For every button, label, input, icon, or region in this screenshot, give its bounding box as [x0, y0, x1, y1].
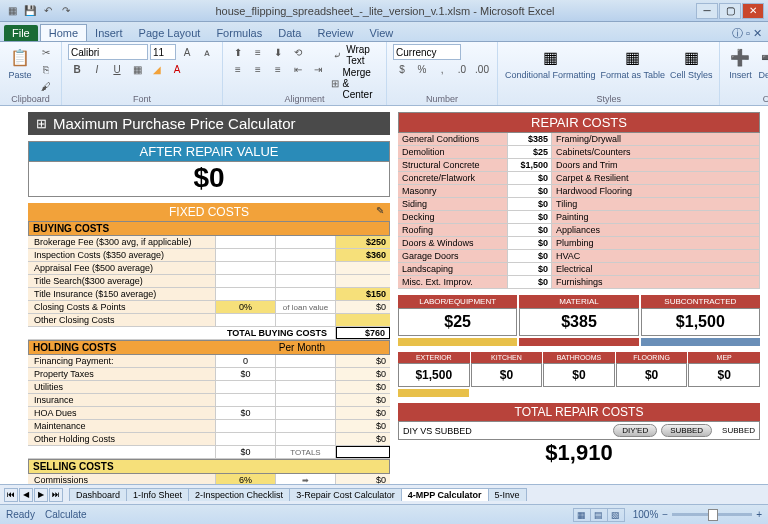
- orientation-icon[interactable]: ⟲: [289, 44, 307, 60]
- diyed-button[interactable]: DIY'ED: [613, 424, 657, 437]
- table-row[interactable]: Title Insurance ($150 average)$150: [28, 288, 390, 301]
- table-row[interactable]: Doors & Windows$0Plumbing: [398, 237, 760, 250]
- table-row[interactable]: Garage Doors$0HVAC: [398, 250, 760, 263]
- table-row[interactable]: Brokerage Fee ($300 avg, if applicable)$…: [28, 236, 390, 249]
- table-row[interactable]: Maintenance$0: [28, 420, 390, 433]
- arv-value[interactable]: $0: [28, 162, 390, 197]
- tab-nav-next[interactable]: ▶: [34, 488, 48, 502]
- table-row[interactable]: Insurance$0: [28, 394, 390, 407]
- help-icon[interactable]: ⓘ ▫ ✕: [732, 26, 762, 41]
- table-row[interactable]: Appraisal Fee ($500 average): [28, 262, 390, 275]
- number-format-select[interactable]: Currency: [393, 44, 461, 60]
- inc-decimal-icon[interactable]: .0: [453, 61, 471, 77]
- edit-icon[interactable]: ✎: [376, 205, 384, 216]
- currency-icon[interactable]: $: [393, 61, 411, 77]
- insert-cells-button[interactable]: ➕Insert: [726, 44, 754, 81]
- sheet-tab[interactable]: 4-MPP Calculator: [401, 488, 489, 501]
- conditional-formatting-button[interactable]: ▦Conditional Formatting: [504, 44, 597, 81]
- undo-icon[interactable]: ↶: [40, 3, 56, 19]
- save-icon[interactable]: 💾: [22, 3, 38, 19]
- tab-review[interactable]: Review: [309, 25, 361, 41]
- table-row[interactable]: Financing Payment:0$0: [28, 355, 390, 368]
- tab-formulas[interactable]: Formulas: [208, 25, 270, 41]
- indent-dec-icon[interactable]: ⇤: [289, 61, 307, 77]
- table-row[interactable]: Decking$0Painting: [398, 211, 760, 224]
- cut-icon[interactable]: ✂: [37, 44, 55, 60]
- table-row[interactable]: Landscaping$0Electrical: [398, 263, 760, 276]
- sheet-tab[interactable]: Dashboard: [69, 488, 127, 501]
- comma-icon[interactable]: ,: [433, 61, 451, 77]
- table-row[interactable]: Other Holding Costs$0: [28, 433, 390, 446]
- align-center-icon[interactable]: ≡: [249, 61, 267, 77]
- maximize-button[interactable]: ▢: [719, 3, 741, 19]
- table-row[interactable]: Misc. Ext. Improv.$0Furnishings: [398, 276, 760, 289]
- font-size-select[interactable]: 11: [150, 44, 176, 60]
- paste-button[interactable]: 📋Paste: [6, 44, 34, 81]
- table-row[interactable]: Masonry$0Hardwood Flooring: [398, 185, 760, 198]
- table-row[interactable]: General Conditions$385Framing/Drywall: [398, 133, 760, 146]
- copy-icon[interactable]: ⎘: [37, 61, 55, 77]
- page-break-view-icon[interactable]: ▧: [607, 508, 625, 522]
- delete-cells-button[interactable]: ➖Delete: [757, 44, 768, 81]
- table-row[interactable]: Title Search($300 average): [28, 275, 390, 288]
- font-color-icon[interactable]: A: [168, 61, 186, 77]
- tab-nav-prev[interactable]: ◀: [19, 488, 33, 502]
- zoom-in-icon[interactable]: +: [756, 509, 762, 520]
- shrink-font-icon[interactable]: ᴀ: [198, 44, 216, 60]
- table-row[interactable]: HOA Dues$0$0: [28, 407, 390, 420]
- underline-icon[interactable]: U: [108, 61, 126, 77]
- table-row[interactable]: Property Taxes$0$0: [28, 368, 390, 381]
- tab-view[interactable]: View: [362, 25, 402, 41]
- table-row[interactable]: Structural Concrete$1,500Doors and Trim: [398, 159, 760, 172]
- align-left-icon[interactable]: ≡: [229, 61, 247, 77]
- sheet-tab[interactable]: 1-Info Sheet: [126, 488, 189, 501]
- zoom-level[interactable]: 100%: [633, 509, 659, 520]
- sheet-tab[interactable]: 3-Repair Cost Calculator: [289, 488, 402, 501]
- zoom-out-icon[interactable]: −: [662, 509, 668, 520]
- table-row[interactable]: Inspection Costs ($350 average)$360: [28, 249, 390, 262]
- format-as-table-button[interactable]: ▦Format as Table: [600, 44, 666, 81]
- tab-insert[interactable]: Insert: [87, 25, 131, 41]
- sheet-tab[interactable]: 5-Inve: [488, 488, 527, 501]
- close-button[interactable]: ✕: [742, 3, 764, 19]
- tab-data[interactable]: Data: [270, 25, 309, 41]
- bold-icon[interactable]: B: [68, 61, 86, 77]
- subbed-button[interactable]: SUBBED: [661, 424, 712, 437]
- tab-page-layout[interactable]: Page Layout: [131, 25, 209, 41]
- table-row[interactable]: Demolition$25Cabinets/Counters: [398, 146, 760, 159]
- grow-font-icon[interactable]: A: [178, 44, 196, 60]
- table-row[interactable]: Other Closing Costs: [28, 314, 390, 327]
- indent-inc-icon[interactable]: ⇥: [309, 61, 327, 77]
- align-right-icon[interactable]: ≡: [269, 61, 287, 77]
- italic-icon[interactable]: I: [88, 61, 106, 77]
- sheet-tab[interactable]: 2-Inspection Checklist: [188, 488, 290, 501]
- cell-styles-button[interactable]: ▦Cell Styles: [669, 44, 714, 81]
- tab-nav-first[interactable]: ⏮: [4, 488, 18, 502]
- align-top-icon[interactable]: ⬆: [229, 44, 247, 60]
- zoom-slider[interactable]: [672, 513, 752, 516]
- fill-color-icon[interactable]: ◢: [148, 61, 166, 77]
- font-family-select[interactable]: Calibri: [68, 44, 148, 60]
- worksheet-area[interactable]: ⊞Maximum Purchase Price Calculator AFTER…: [0, 106, 768, 484]
- format-painter-icon[interactable]: 🖌: [37, 78, 55, 94]
- table-row[interactable]: Utilities$0: [28, 381, 390, 394]
- page-layout-view-icon[interactable]: ▤: [590, 508, 608, 522]
- normal-view-icon[interactable]: ▦: [573, 508, 591, 522]
- file-tab[interactable]: File: [4, 25, 38, 41]
- tab-home[interactable]: Home: [40, 24, 87, 41]
- table-row[interactable]: Roofing$0Appliances: [398, 224, 760, 237]
- dec-decimal-icon[interactable]: .00: [473, 61, 491, 77]
- redo-icon[interactable]: ↷: [58, 3, 74, 19]
- percent-icon[interactable]: %: [413, 61, 431, 77]
- table-row[interactable]: Closing Costs & Points0%of loan value$0: [28, 301, 390, 314]
- tab-nav-last[interactable]: ⏭: [49, 488, 63, 502]
- minimize-button[interactable]: ─: [696, 3, 718, 19]
- align-middle-icon[interactable]: ≡: [249, 44, 267, 60]
- border-icon[interactable]: ▦: [128, 61, 146, 77]
- table-row[interactable]: Commissions6%➡$0: [28, 474, 390, 484]
- table-row[interactable]: Siding$0Tiling: [398, 198, 760, 211]
- merge-button[interactable]: ⊞: [330, 76, 341, 92]
- align-bottom-icon[interactable]: ⬇: [269, 44, 287, 60]
- table-row[interactable]: Concrete/Flatwork$0Carpet & Resilient: [398, 172, 760, 185]
- wrap-text-button[interactable]: ⤶: [330, 47, 344, 63]
